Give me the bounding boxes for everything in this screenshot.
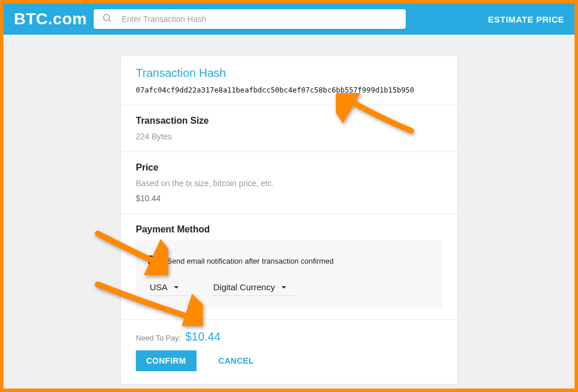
card-footer: Need To Pay: $10.44 CONFIRM CANCEL (121, 320, 457, 384)
estimate-price-link[interactable]: ESTIMATE PRICE (488, 14, 564, 24)
email-notify-row: Send email notification after transactio… (149, 256, 429, 266)
price-desc: Based on the tx size, bitcoin price, etc… (136, 179, 442, 188)
cancel-button[interactable]: CANCEL (218, 356, 254, 365)
svg-line-1 (109, 20, 111, 21)
country-selected: USA (150, 282, 168, 292)
section-size: Transaction Size 224 Bytes (121, 105, 457, 152)
chevron-down-icon (173, 282, 179, 292)
payment-title: Payment Method (136, 224, 442, 235)
app-frame: BTC.com ESTIMATE PRICE Transaction Hash … (0, 0, 578, 392)
topbar: BTC.com ESTIMATE PRICE (3, 3, 575, 35)
hash-value: 07afc04cf9dd22a317e8a11beafbdcc50bc4ef07… (136, 86, 442, 94)
method-selected: Digital Currency (213, 282, 275, 292)
email-notify-checkbox[interactable] (149, 256, 159, 266)
email-notify-label: Send email notification after transactio… (167, 257, 334, 265)
size-title: Transaction Size (136, 116, 442, 126)
logo[interactable]: BTC.com (14, 10, 87, 28)
search-input[interactable] (94, 9, 406, 29)
section-hash: Transaction Hash 07afc04cf9dd22a317e8a11… (121, 56, 457, 105)
method-select[interactable]: Digital Currency (212, 280, 299, 296)
search-wrap (94, 9, 406, 29)
confirm-button[interactable]: CONFIRM (136, 350, 197, 371)
price-title: Price (136, 162, 442, 173)
need-amount: $10.44 (185, 330, 220, 343)
transaction-card: Transaction Hash 07afc04cf9dd22a317e8a11… (120, 56, 458, 384)
logo-text: BTC.com (14, 10, 87, 28)
chevron-down-icon (281, 282, 287, 292)
section-payment: Payment Method Send email notification a… (121, 214, 457, 320)
button-row: CONFIRM CANCEL (136, 350, 442, 371)
svg-point-0 (103, 14, 110, 21)
hash-title: Transaction Hash (136, 66, 442, 80)
section-price: Price Based on the tx size, bitcoin pric… (121, 152, 457, 214)
country-select[interactable]: USA (149, 280, 189, 296)
need-to-pay-row: Need To Pay: $10.44 (136, 330, 442, 343)
need-label: Need To Pay: (136, 334, 181, 342)
payment-selects: USA Digital Currency (149, 280, 429, 296)
search-icon (102, 13, 112, 25)
payment-box: Send email notification after transactio… (136, 241, 442, 309)
price-value: $10.44 (136, 194, 442, 203)
size-value: 224 Bytes (136, 132, 442, 141)
